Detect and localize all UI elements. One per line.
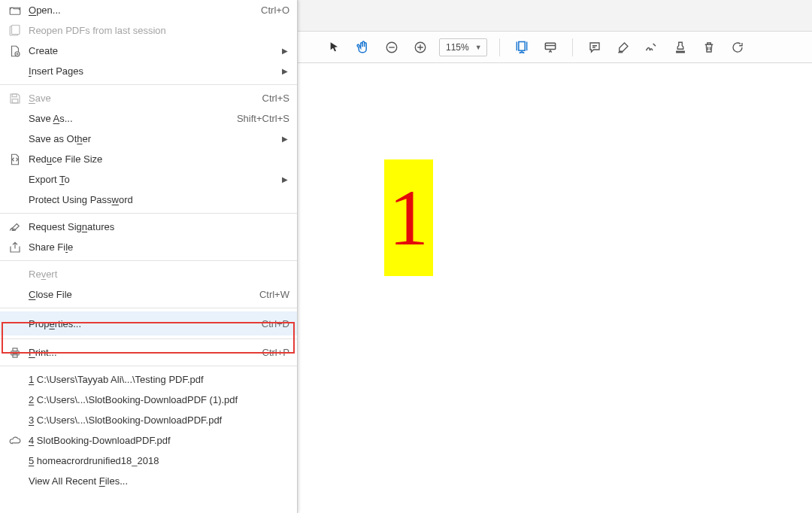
print-icon [6, 346, 24, 360]
menu-label: 2 C:\Users\...\SlotBooking-DownloadPDF (… [24, 394, 289, 405]
read-mode-button[interactable] [536, 32, 565, 63]
menu-label: 4 SlotBooking-DownloadPDF.pdf [24, 435, 289, 446]
zoom-select[interactable]: 115% ▼ [439, 38, 487, 56]
menu-separator [0, 260, 297, 261]
menu-recent-1[interactable]: 1 C:\Users\Tayyab Ali\...\Testing PDF.pd… [0, 369, 297, 390]
menu-label: Create [24, 45, 280, 56]
submenu-arrow-icon: ▶ [280, 135, 289, 143]
draw-sign-button[interactable] [638, 32, 666, 63]
cloud-icon [6, 434, 24, 448]
menu-reduce-file-size[interactable]: Reduce File Size [0, 149, 297, 169]
menu-label: 3 C:\Users\...\SlotBooking-DownloadPDF.p… [24, 414, 289, 426]
menu-view-all-recent[interactable]: View All Recent Files... [0, 471, 297, 491]
menu-label: Export To [24, 174, 280, 185]
save-icon [6, 92, 24, 105]
menu-recent-4[interactable]: 4 SlotBooking-DownloadPDF.pdf [0, 430, 297, 451]
menu-create[interactable]: Create ▶ [0, 41, 297, 61]
main-toolbar: 115% ▼ [298, 32, 812, 63]
submenu-arrow-icon: ▶ [280, 67, 289, 75]
menu-label: Close File [24, 289, 259, 300]
menu-insert-pages[interactable]: Insert Pages ▶ [0, 61, 297, 81]
menu-shortcut: Ctrl+D [262, 318, 289, 329]
sticky-note-button[interactable] [580, 32, 609, 63]
menu-properties[interactable]: Properties... Ctrl+D [0, 311, 297, 335]
menu-revert: Revert [0, 264, 297, 284]
svg-rect-6 [13, 348, 17, 351]
menu-protect-password[interactable]: Protect Using Password [0, 190, 297, 210]
menu-label: Revert [24, 269, 289, 280]
menu-label: Save [24, 93, 262, 104]
svg-rect-5 [11, 351, 20, 354]
svg-rect-1 [12, 25, 20, 34]
menu-open[interactable]: Open... Ctrl+O [0, 0, 297, 20]
rotate-button[interactable] [723, 32, 752, 63]
toolbar-separator [572, 38, 573, 56]
menu-separator [0, 338, 297, 339]
reduce-file-size-icon [6, 153, 24, 166]
menu-close-file[interactable]: Close File Ctrl+W [0, 284, 297, 305]
create-icon [6, 44, 24, 58]
menu-label: Properties... [24, 318, 262, 329]
menu-recent-3[interactable]: 3 C:\Users\...\SlotBooking-DownloadPDF.p… [0, 410, 297, 430]
zoom-in-button[interactable] [406, 32, 435, 63]
document-view[interactable]: 1 [298, 63, 812, 513]
menu-shortcut: Shift+Ctrl+S [237, 113, 289, 124]
zoom-value: 115% [446, 42, 469, 53]
menu-recent-2[interactable]: 2 C:\Users\...\SlotBooking-DownloadPDF (… [0, 390, 297, 410]
menu-label: 1 C:\Users\Tayyab Ali\...\Testing PDF.pd… [24, 374, 289, 385]
reopen-icon [6, 24, 24, 38]
menu-separator [0, 308, 297, 308]
delete-button[interactable] [695, 32, 723, 63]
svg-rect-3 [12, 94, 17, 97]
menu-label: Request Signatures [24, 221, 289, 232]
share-icon [6, 241, 24, 254]
stamp-button[interactable] [666, 32, 695, 63]
signature-icon [6, 220, 24, 234]
svg-rect-7 [13, 354, 17, 357]
menu-print[interactable]: Print... Ctrl+P [0, 342, 297, 363]
menu-label: 5 homeacrordrunified18_2018 [24, 455, 289, 466]
menu-label: Reduce File Size [24, 153, 289, 165]
menu-shortcut: Ctrl+P [262, 347, 289, 358]
page-number-stamp: 1 [384, 159, 433, 276]
menu-label: Protect Using Password [24, 194, 289, 205]
caret-down-icon: ▼ [475, 44, 482, 51]
menu-save-as[interactable]: Save As... Shift+Ctrl+S [0, 108, 297, 129]
fit-width-button[interactable] [508, 32, 536, 63]
highlight-button[interactable] [609, 32, 638, 63]
submenu-arrow-icon: ▶ [280, 47, 289, 55]
menu-recent-5[interactable]: 5 homeacrordrunified18_2018 [0, 451, 297, 471]
menu-shortcut: Ctrl+O [261, 5, 289, 16]
menu-label: Open... [24, 5, 261, 16]
titlebar-strip [298, 0, 812, 32]
menu-label: Reopen PDFs from last session [24, 25, 289, 36]
menu-shortcut: Ctrl+S [262, 93, 289, 104]
menu-shortcut: Ctrl+W [259, 289, 289, 300]
menu-label: Print... [24, 347, 262, 358]
toolbar-separator [499, 38, 500, 56]
menu-label: View All Recent Files... [24, 475, 289, 487]
menu-export-to[interactable]: Export To ▶ [0, 169, 297, 190]
hand-tool-button[interactable] [349, 32, 377, 63]
svg-rect-10 [518, 41, 524, 50]
menu-save-as-other[interactable]: Save as Other ▶ [0, 129, 297, 149]
submenu-arrow-icon: ▶ [280, 175, 289, 184]
menu-share-file[interactable]: Share File [0, 237, 297, 257]
menu-label: Save As... [24, 113, 237, 124]
svg-rect-11 [545, 43, 555, 49]
menu-separator [0, 84, 297, 85]
zoom-out-button[interactable] [377, 32, 406, 63]
menu-save: Save Ctrl+S [0, 88, 297, 108]
arrow-tool-button[interactable] [320, 32, 349, 63]
menu-label: Insert Pages [24, 65, 280, 77]
menu-label: Share File [24, 241, 289, 253]
svg-rect-4 [12, 99, 18, 102]
menu-reopen-pdfs: Reopen PDFs from last session [0, 20, 297, 41]
open-icon [6, 4, 24, 17]
menu-label: Save as Other [24, 133, 280, 144]
menu-request-signatures[interactable]: Request Signatures [0, 217, 297, 237]
menu-separator [0, 213, 297, 214]
menu-separator [0, 366, 297, 366]
file-menu: Open... Ctrl+O Reopen PDFs from last ses… [0, 0, 298, 513]
